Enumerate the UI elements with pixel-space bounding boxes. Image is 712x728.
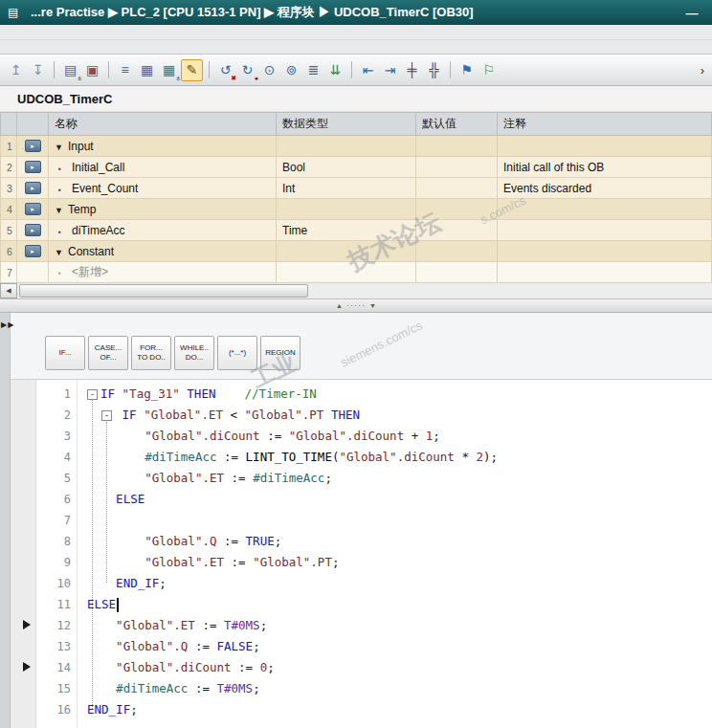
column-header[interactable]: 数据类型 (277, 113, 416, 136)
hscroll-track[interactable] (17, 283, 712, 298)
row-number[interactable]: 6 (1, 241, 17, 262)
splitter-handle[interactable]: ▲ ····· ▼ (336, 299, 376, 311)
edit-mode-icon[interactable]: ✎ (181, 59, 203, 81)
snippet-case-button[interactable]: CASE...OF... (88, 336, 128, 370)
datatype-cell[interactable] (277, 136, 416, 157)
code-line[interactable]: #diTimeAcc := LINT_TO_TIME("Global".diCo… (87, 447, 712, 468)
name-cell[interactable]: ▼Temp (49, 199, 277, 220)
comment-cell[interactable] (498, 136, 712, 157)
datatype-cell[interactable] (277, 241, 416, 262)
bookmark-marker-icon[interactable] (23, 620, 31, 629)
default-value-cell[interactable] (416, 262, 498, 283)
format-code-icon[interactable]: ╪ (402, 60, 422, 80)
region-flag-icon[interactable]: ⚐ (478, 60, 499, 80)
pane-splitter[interactable]: ▲ ····· ▼ (0, 299, 712, 313)
refresh-call-env-icon[interactable]: ↻● (237, 60, 257, 80)
snippet-while-button[interactable]: WHILE..DO... (174, 336, 214, 370)
datatype-cell[interactable]: Bool (277, 157, 416, 178)
call-structure-icon[interactable]: ≣ (303, 60, 323, 80)
insert-row-icon[interactable]: ↥ (6, 60, 26, 80)
comment-cell[interactable] (498, 241, 712, 262)
default-value-cell[interactable] (416, 199, 498, 220)
code-line[interactable]: "Global".diCount := 0; (87, 657, 712, 678)
snippet-for-button[interactable]: FOR...TO DO.. (131, 336, 171, 370)
default-value-cell[interactable] (416, 220, 498, 241)
table-hscrollbar[interactable]: ◀ (0, 283, 712, 299)
absolute-operands-icon[interactable]: ≡ (115, 60, 135, 80)
reset-call-env-icon[interactable]: ↺✖ (215, 60, 235, 80)
comment-cell[interactable] (498, 220, 712, 241)
add-row-icon[interactable]: ↧ (28, 60, 48, 80)
toolbar-overflow-icon[interactable]: › (699, 63, 706, 77)
code-line[interactable]: - IF "Global".ET < "Global".PT THEN (87, 405, 712, 426)
row-number[interactable]: 7 (1, 262, 17, 283)
expand-triangle-icon[interactable]: ▼ (55, 206, 68, 215)
code-line[interactable] (87, 510, 712, 531)
bookmark-icon[interactable]: ⚑ (456, 60, 477, 80)
row-number[interactable]: 1 (1, 136, 17, 157)
expand-triangle-icon[interactable]: ▼ (55, 248, 68, 257)
comment-cell[interactable] (498, 262, 712, 283)
snapshot-icon[interactable]: ▦ (137, 60, 157, 80)
default-value-cell[interactable] (416, 241, 498, 262)
name-cell[interactable]: ▪<新增> (49, 262, 277, 283)
datatype-cell[interactable] (277, 199, 416, 220)
comment-cell[interactable]: Events discarded (498, 178, 712, 199)
open-interface-icon[interactable]: ▤± (60, 60, 80, 80)
format-network-icon[interactable]: ╬ (424, 60, 444, 80)
snippet-comment-button[interactable]: (*...*) (217, 336, 257, 370)
default-value-cell[interactable] (416, 157, 498, 178)
code-text-area[interactable]: -IF "Tag_31" THEN //Timer-IN - IF "Globa… (78, 380, 712, 728)
code-line[interactable]: "Global".ET := T#0MS; (87, 615, 712, 636)
hscroll-thumb[interactable] (19, 284, 308, 298)
comment-cell[interactable] (498, 199, 712, 220)
row-number[interactable]: 2 (1, 157, 17, 178)
name-cell[interactable]: ▪diTimeAcc (49, 220, 277, 241)
code-line[interactable]: ELSE (87, 489, 712, 510)
code-line[interactable]: #diTimeAcc := T#0MS; (87, 678, 712, 699)
column-header[interactable]: 默认值 (416, 113, 498, 136)
code-line[interactable]: "Global".Q := FALSE; (87, 636, 712, 657)
monitor-icon[interactable]: ⊙ (259, 60, 279, 80)
keep-values-icon[interactable]: ▣ (82, 60, 102, 80)
datatype-cell[interactable] (277, 262, 416, 283)
row-number[interactable]: 5 (1, 220, 17, 241)
datatype-cell[interactable]: Int (277, 178, 416, 199)
code-line[interactable]: END_IF; (87, 573, 712, 594)
name-cell[interactable]: ▼Constant (49, 241, 277, 262)
row-number[interactable]: 3 (1, 178, 17, 199)
default-value-cell[interactable] (416, 136, 498, 157)
splitter-grip[interactable]: ····· (346, 300, 366, 310)
expand-triangle-icon[interactable]: ▼ (55, 143, 68, 152)
name-cell[interactable]: ▼Input (49, 136, 277, 157)
compile-icon[interactable]: ⇊ (325, 60, 345, 80)
splitter-collapse-down-icon[interactable]: ▼ (369, 302, 376, 309)
minimize-button[interactable]: — (679, 6, 704, 20)
code-line[interactable]: END_IF; (87, 699, 712, 720)
column-header[interactable]: 注释 (498, 113, 712, 136)
code-line[interactable]: "Global".ET := #diTimeAcc; (87, 468, 712, 489)
goto-next-error-icon[interactable]: ⇥ (380, 60, 400, 80)
load-snapshot-icon[interactable]: ▦± (159, 60, 179, 80)
code-line[interactable]: "Global".diCount := "Global".diCount + 1… (87, 426, 712, 447)
name-cell[interactable]: ▪Initial_Call (49, 157, 277, 178)
row-number[interactable]: 4 (1, 199, 17, 220)
scroll-left-button[interactable]: ◀ (0, 283, 17, 298)
monitor-selection-icon[interactable]: ⊚ (281, 60, 301, 80)
splitter-collapse-up-icon[interactable]: ▲ (336, 302, 343, 309)
snippet-region-button[interactable]: REGION (260, 336, 300, 370)
code-editor[interactable]: 12345678910111213141516 -IF "Tag_31" THE… (11, 380, 712, 728)
code-line[interactable]: -IF "Tag_31" THEN //Timer-IN (87, 384, 712, 405)
pane-expand-icon[interactable]: ▶▶ (1, 320, 14, 329)
name-cell[interactable]: ▪Event_Count (49, 178, 277, 199)
bookmark-gutter[interactable] (11, 380, 36, 728)
code-line[interactable]: "Global".Q := TRUE; (87, 531, 712, 552)
code-line[interactable]: ELSE (87, 594, 712, 615)
column-header[interactable]: 名称 (49, 113, 277, 136)
snippet-if-button[interactable]: IF... (45, 336, 85, 370)
default-value-cell[interactable] (416, 178, 498, 199)
bookmark-marker-icon[interactable] (23, 662, 31, 672)
fold-collapse-icon[interactable]: - (101, 410, 112, 421)
datatype-cell[interactable]: Time (277, 220, 416, 241)
code-line[interactable]: "Global".ET := "Global".PT; (87, 552, 712, 573)
